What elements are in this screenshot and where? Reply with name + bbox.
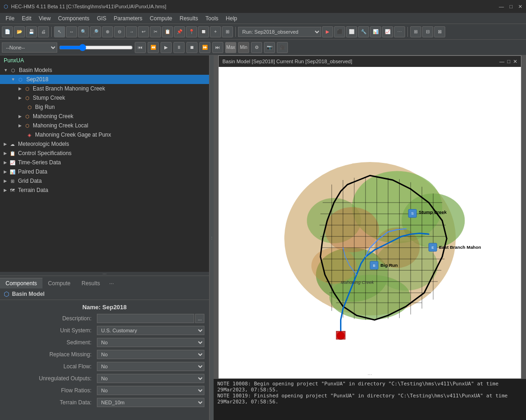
tree-basin-models[interactable]: ▼ ⬡ Basin Models [0, 66, 209, 75]
tool5[interactable]: ⊕ [102, 26, 113, 37]
maximize-button[interactable]: □ [509, 4, 513, 10]
arrow-tool[interactable]: ↖ [54, 26, 65, 37]
description-input[interactable] [97, 314, 194, 323]
terrain-data-select[interactable]: NED_10m None [97, 398, 204, 407]
label-terrain: Terrain Data: [2, 396, 94, 408]
run2-btn[interactable]: ⬛ [334, 26, 345, 37]
max-btn[interactable]: Max [225, 42, 236, 53]
menu-help[interactable]: Help [222, 14, 241, 23]
sediment-select[interactable]: No Yes [97, 338, 204, 347]
menu-compute[interactable]: Compute [146, 14, 176, 23]
tree-grid-data[interactable]: ▶ ⊞ Grid Data [0, 176, 209, 186]
mg-icon: ◈ [26, 131, 33, 138]
tool13[interactable]: 🔲 [198, 26, 209, 37]
grid2-btn[interactable]: ⊟ [422, 26, 433, 37]
minimize-button[interactable]: — [499, 4, 504, 10]
grid-btn[interactable]: ⊞ [410, 26, 421, 37]
tab-compute[interactable]: Compute [42, 278, 76, 288]
tree-root[interactable]: PunxUA [0, 55, 209, 66]
tree-stump-creek[interactable]: ▶ ⬡ Stump Creek [0, 93, 209, 102]
tree-big-run[interactable]: ⬡ Big Run [0, 102, 209, 112]
svg-text:B: B [373, 264, 375, 268]
menu-gis[interactable]: GIS [93, 14, 110, 23]
map-window-controls[interactable]: — □ ✕ [499, 59, 517, 65]
tree-mahoning-creek[interactable]: ▶ ⬡ Mahoning Creek [0, 112, 209, 121]
new-button[interactable]: 📄 [2, 26, 13, 37]
map-minimize-btn[interactable]: — [499, 59, 504, 65]
time-slider[interactable] [59, 46, 133, 49]
tab-results[interactable]: Results [76, 278, 106, 288]
tree-time-series[interactable]: ▶ 📈 Time-Series Data [0, 158, 209, 167]
map-close-btn[interactable]: ✕ [513, 59, 517, 65]
tree-control-specs[interactable]: ▶ 📋 Control Specifications [0, 149, 209, 158]
title-bar-controls[interactable]: — □ ✕ [499, 4, 522, 10]
menu-file[interactable]: File [2, 14, 18, 23]
stop-btn[interactable]: ⏹ [186, 42, 197, 53]
zoom-out-tool[interactable]: 🔎 [90, 26, 101, 37]
ts-icon: 📈 [9, 159, 16, 166]
step-fwd-fwd[interactable]: ⏭ [212, 42, 223, 53]
tool11[interactable]: 📌 [174, 26, 185, 37]
tree-east-branch[interactable]: ▶ ⬡ East Branch Mahoning Creek [0, 84, 209, 93]
menu-results[interactable]: Results [176, 14, 202, 23]
open-button[interactable]: 📂 [14, 26, 25, 37]
menu-edit[interactable]: Edit [18, 14, 35, 23]
unreg-outputs-select[interactable]: No Yes [97, 374, 204, 383]
map-title: Basin Model [Sep2018] Current Run [Sep20… [222, 59, 352, 64]
camera-btn[interactable]: 📷 [264, 42, 275, 53]
basin-model-section[interactable]: ⬡ Basin Model [0, 288, 209, 300]
splitter-h[interactable]: ··· [0, 272, 209, 276]
print-button[interactable]: 🖨 [38, 26, 49, 37]
props-row-replace-missing: Replace Missing: No Yes [2, 348, 207, 360]
pause-btn[interactable]: ⏸ [173, 42, 185, 53]
run6-btn[interactable]: 📈 [382, 26, 393, 37]
tab-more[interactable]: ··· [106, 278, 118, 288]
local-flow-select[interactable]: No Yes [97, 362, 204, 371]
step-back[interactable]: ⏪ [148, 42, 159, 53]
tool14[interactable]: + [210, 26, 221, 37]
replace-missing-select[interactable]: No Yes [97, 350, 204, 359]
video-btn[interactable]: 🎥 [277, 42, 288, 53]
tree-sep2018[interactable]: ▼ ⬡ Sep2018 [0, 75, 209, 84]
tree-paired-data[interactable]: ▶ 📊 Paired Data [0, 167, 209, 176]
run4-btn[interactable]: 🔧 [358, 26, 369, 37]
tree-met-models[interactable]: ▶ ☁ Meteorologic Models [0, 139, 209, 149]
move-tool[interactable]: ↔ [66, 26, 77, 37]
tree-mahoning-local[interactable]: ▶ ⬡ Mahoning Creek Local [0, 121, 209, 130]
run-select[interactable]: Run: Sep2018_observed [238, 27, 321, 37]
save-button[interactable]: 💾 [26, 26, 37, 37]
step-fwd[interactable]: ⏩ [199, 42, 210, 53]
tool12[interactable]: 📍 [186, 26, 197, 37]
description-browse[interactable]: ... [195, 314, 204, 323]
tool7[interactable]: → [126, 26, 137, 37]
run3-btn[interactable]: ⬜ [346, 26, 357, 37]
min-btn[interactable]: Min [238, 42, 249, 53]
play-btn[interactable]: ▶ [161, 42, 172, 53]
menu-view[interactable]: View [35, 14, 54, 23]
grid3-btn[interactable]: ⊠ [434, 26, 445, 37]
tool9[interactable]: ✂ [150, 26, 161, 37]
menu-components[interactable]: Components [54, 14, 93, 23]
tool15[interactable]: ⊞ [222, 26, 233, 37]
tool6[interactable]: ⊖ [114, 26, 125, 37]
run-btn[interactable]: ▶ [322, 26, 333, 37]
zoom-in-tool[interactable]: 🔍 [78, 26, 89, 37]
settings-btn[interactable]: ⚙ [251, 42, 262, 53]
met-arrow: ▶ [4, 142, 7, 146]
vertical-splitter[interactable]: ⋮ [210, 55, 214, 420]
none-select[interactable]: --None-- [2, 42, 57, 53]
menu-parameters[interactable]: Parameters [110, 14, 146, 23]
tab-components[interactable]: Components [0, 278, 42, 288]
tree-mahoning-gage[interactable]: ◈ Mahoning Creek Gage at Punx [0, 130, 209, 139]
tool10[interactable]: 📋 [162, 26, 173, 37]
menu-tools[interactable]: Tools [202, 14, 222, 23]
tool8[interactable]: ↩ [138, 26, 149, 37]
step-back-back[interactable]: ⏮ [135, 42, 146, 53]
flow-ratios-select[interactable]: No Yes [97, 386, 204, 395]
run5-btn[interactable]: 📊 [370, 26, 381, 37]
close-button[interactable]: ✕ [518, 4, 522, 10]
map-maximize-btn[interactable]: □ [507, 59, 510, 65]
unit-system-select[interactable]: U.S. Customary SI [97, 326, 204, 335]
run7-btn[interactable]: ⋯ [394, 26, 405, 37]
tree-terrain-data[interactable]: ▶ 🗺 Terrain Data [0, 186, 209, 195]
